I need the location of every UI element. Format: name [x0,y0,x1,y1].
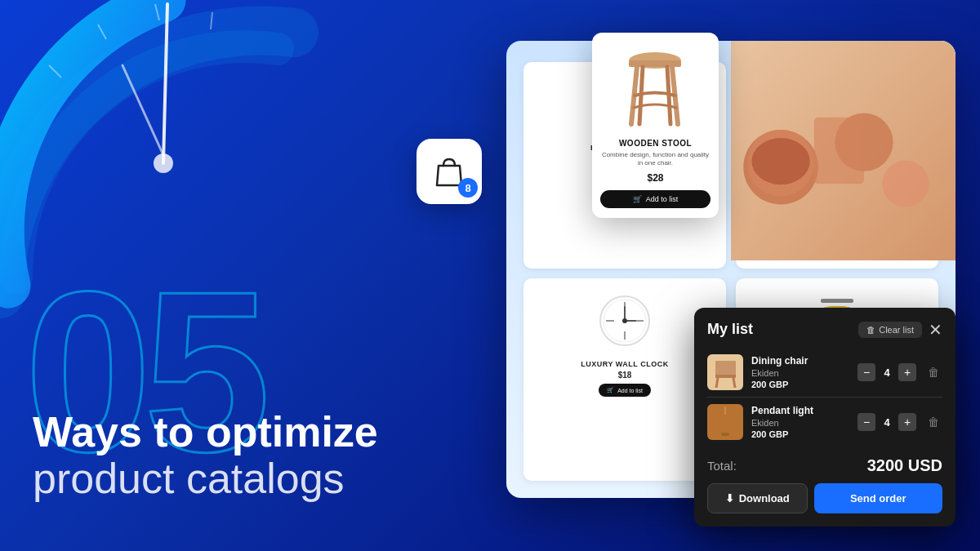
clock-add-button[interactable]: 🛒 Add to list [599,384,651,397]
clock-price: $18 [618,371,632,380]
stool-name: WOODEN STOOL [619,139,692,148]
svg-rect-22 [821,299,853,303]
send-order-button[interactable]: Send order [814,483,943,513]
pendant-light-qty: 4 [880,416,893,429]
clear-list-button[interactable]: 🗑 Clear list [858,322,922,338]
pendant-light-decrease-button[interactable]: − [858,413,875,431]
my-list-panel: My list 🗑 Clear list ✕ Dining chair Ekid… [694,308,956,527]
dining-chair-name: Dining chair [751,355,849,368]
total-row: Total: 3200 USD [707,447,942,483]
clock-name: LUXURY WALL CLOCK [581,360,668,368]
svg-point-29 [751,138,809,184]
dining-chair-qty-control: − 4 + [858,363,916,381]
speedometer-graphic [0,0,392,392]
list-item-pendant-light: Pendant light Ekiden 200 GBP − 4 + 🗑 [707,398,942,447]
wooden-stool-card: WOODEN STOOL Combine design, function an… [592,33,719,218]
pendant-light-qty-control: − 4 + [858,413,916,431]
svg-point-42 [721,433,729,436]
pendant-light-image [707,404,743,440]
dining-chair-qty: 4 [880,367,893,379]
list-actions: 🗑 Clear list ✕ [858,322,942,338]
bag-badge-count: 8 [458,178,478,198]
stool-desc: Combine design, function and quality in … [600,151,710,168]
dining-chair-decrease-button[interactable]: − [858,363,875,381]
list-item-dining-chair: Dining chair Ekiden 200 GBP − 4 + 🗑 [707,348,942,398]
stool-image [619,42,693,132]
total-amount: 3200 USD [867,456,942,475]
pendant-light-sub: Ekiden [751,418,849,428]
pendant-light-increase-button[interactable]: + [898,413,916,431]
svg-line-39 [716,378,718,388]
dining-chair-image [707,354,743,390]
list-title: My list [707,321,753,338]
pendant-light-info: Pendant light Ekiden 200 GBP [751,405,849,439]
clock-image [592,288,657,353]
dining-chair-delete-button[interactable]: 🗑 [924,366,942,379]
dining-chair-info: Dining chair Ekiden 200 GBP [751,355,849,389]
svg-point-31 [882,161,929,207]
action-buttons: ⬇ Download Send order [707,483,942,513]
close-list-button[interactable]: ✕ [929,322,942,338]
stool-price: $28 [647,172,663,184]
svg-point-21 [622,318,627,323]
hero-content: Ways to optimize product catalogs [33,409,378,502]
pendant-light-delete-button[interactable]: 🗑 [924,415,942,429]
pendant-light-name: Pendant light [751,405,849,418]
kitchen-photo-area [731,41,956,260]
list-header: My list 🗑 Clear list ✕ [707,321,942,338]
dining-chair-price: 200 GBP [751,380,849,389]
download-icon: ⬇ [725,492,734,504]
pendant-light-price: 200 GBP [751,429,849,439]
dining-chair-increase-button[interactable]: + [898,363,916,381]
dining-chair-sub: Ekiden [751,368,849,378]
svg-line-40 [733,378,735,388]
title-light: product catalogs [33,455,378,502]
svg-rect-32 [814,118,864,184]
title-bold: Ways to optimize [33,409,378,455]
shopping-bag[interactable]: 8 [416,139,482,204]
stool-add-button[interactable]: 🛒 Add to list [600,190,710,208]
svg-point-1 [154,153,173,173]
total-label: Total: [707,459,737,473]
download-button[interactable]: ⬇ Download [707,483,808,513]
